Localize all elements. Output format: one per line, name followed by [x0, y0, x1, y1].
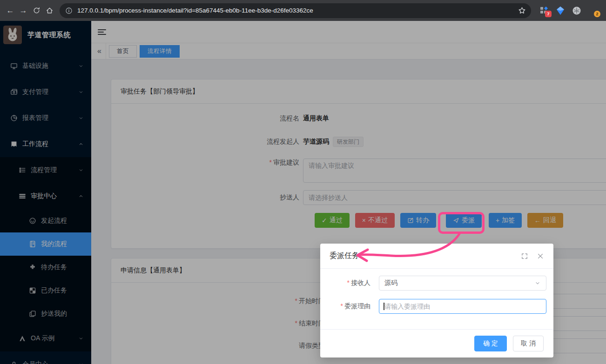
- extension-badge: 7: [545, 11, 552, 17]
- extension-grid-icon[interactable]: 7: [539, 6, 549, 15]
- reason-input[interactable]: [379, 299, 546, 314]
- reason-row: *委派理由: [324, 299, 546, 314]
- extensions-area: 7 2: [535, 6, 602, 15]
- bookmark-star-icon[interactable]: [515, 4, 528, 17]
- home-icon[interactable]: [43, 4, 56, 17]
- url-text: 127.0.0.1/bpm/process-instance/detail?id…: [77, 7, 515, 14]
- receiver-select-value: 源码: [384, 279, 534, 287]
- chevron-down-icon: [534, 280, 541, 286]
- annotation-highlight-box: [438, 212, 485, 234]
- required-asterisk: *: [341, 302, 343, 310]
- receiver-label: *接收人: [324, 279, 376, 287]
- screen: ← → 127.0.0.1/bpm/process-instance/detai…: [0, 0, 606, 364]
- close-icon[interactable]: [537, 252, 544, 260]
- back-icon[interactable]: ←: [4, 4, 17, 17]
- forward-icon[interactable]: →: [17, 4, 30, 17]
- dialog-footer: 确 定 取 消: [320, 329, 553, 357]
- confirm-button[interactable]: 确 定: [474, 336, 507, 351]
- receiver-select[interactable]: 源码: [379, 276, 546, 291]
- profile-badge: 2: [594, 11, 600, 17]
- reason-label: *委派理由: [324, 302, 376, 311]
- extension-globe-icon[interactable]: [572, 6, 581, 15]
- extension-gem-icon[interactable]: [556, 6, 565, 15]
- url-bar[interactable]: 127.0.0.1/bpm/process-instance/detail?id…: [60, 3, 531, 18]
- dialog-body: *接收人 源码 *委派理由: [320, 269, 553, 314]
- receiver-row: *接收人 源码: [324, 276, 546, 291]
- reload-icon[interactable]: [30, 4, 43, 17]
- browser-toolbar: ← → 127.0.0.1/bpm/process-instance/detai…: [0, 0, 606, 21]
- fullscreen-icon[interactable]: [521, 252, 528, 260]
- site-info-icon[interactable]: [65, 7, 73, 14]
- required-asterisk: *: [347, 279, 350, 286]
- annotation-arrow: [347, 229, 468, 264]
- cancel-button[interactable]: 取 消: [513, 336, 544, 351]
- text-caret: [384, 303, 384, 310]
- profile-avatar[interactable]: 2: [588, 6, 598, 15]
